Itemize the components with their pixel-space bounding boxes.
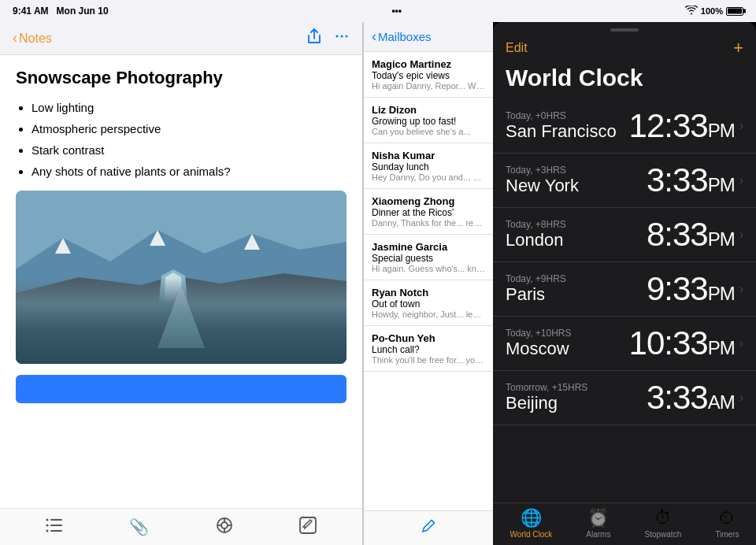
clock-time-display: 3:33PM › (647, 161, 743, 199)
clock-panel: Edit + World Clock Today, +0HRS San Fran… (493, 22, 756, 545)
status-bar-right: 100% (685, 6, 743, 17)
notes-bullet-list: Low lighting Atmospheric perspective Sta… (16, 99, 346, 180)
svg-rect-16 (50, 519, 62, 521)
list-item[interactable]: Today, +8HRS London 8:33PM › (493, 208, 756, 262)
status-bar-left: 9:41 AM Mon Jun 10 (13, 6, 109, 17)
clock-city-info: Today, +3HRS New York (506, 165, 579, 196)
list-item: Any shots of native plants or animals? (32, 163, 346, 180)
clock-city-info: Today, +10HRS Moscow (506, 328, 572, 359)
chevron-right-icon: › (739, 336, 743, 350)
list-item[interactable]: Today, +10HRS Moscow 10:33PM › (493, 317, 756, 371)
add-button[interactable]: + (733, 38, 743, 58)
svg-point-15 (220, 326, 252, 339)
svg-point-2 (346, 35, 348, 38)
clock-bottom-tabs: 🌐 World Clock ⏰ Alarms ⏱ Stopwatch ⏲ Tim… (493, 502, 756, 545)
notes-photo (16, 191, 346, 364)
chevron-right-icon: › (739, 173, 743, 187)
tab-alarms[interactable]: ⏰ Alarms (586, 508, 610, 539)
clock-city-info: Tomorrow, +15HRS Beijing (506, 382, 587, 413)
list-item[interactable]: Tomorrow, +15HRS Beijing 3:33AM › (493, 371, 756, 425)
tab-timers[interactable]: ⏲ Timers (715, 508, 739, 539)
notes-panel: ‹ Notes S (0, 22, 362, 545)
clock-list: Today, +0HRS San Francisco 12:33PM › Tod… (493, 99, 756, 502)
notes-bottom-toolbar: 📎 (0, 508, 362, 545)
mail-back-button[interactable]: ‹ Mailboxes (372, 28, 485, 45)
notes-title: Snowscape Photography (16, 68, 346, 88)
markup-icon[interactable] (216, 517, 233, 537)
notes-toolbar: ‹ Notes (0, 22, 362, 55)
list-icon[interactable] (46, 518, 63, 536)
stopwatch-icon: ⏱ (654, 508, 672, 528)
list-item[interactable]: Liz Dizon Growing up too fast! Can you b… (364, 98, 493, 143)
tab-stopwatch[interactable]: ⏱ Stopwatch (645, 508, 682, 539)
list-item: Stark contrast (32, 142, 346, 158)
chevron-left-icon: ‹ (372, 28, 376, 45)
status-bar: 9:41 AM Mon Jun 10 ••• 100% (0, 0, 756, 22)
clock-time-display: 10:33PM › (629, 324, 743, 362)
svg-marker-8 (16, 273, 346, 332)
clock-city-info: Today, +8HRS London (506, 219, 566, 250)
clock-time-display: 8:33PM › (647, 216, 743, 254)
svg-marker-11 (16, 315, 346, 364)
alarm-icon: ⏰ (587, 508, 609, 528)
pencil-compose-icon[interactable] (299, 517, 317, 537)
status-date: Mon Jun 10 (57, 6, 109, 17)
list-item[interactable]: Today, +0HRS San Francisco 12:33PM › (493, 99, 756, 154)
clock-city-info: Today, +9HRS Paris (506, 273, 566, 305)
chevron-right-icon: › (739, 119, 743, 133)
clock-time-display: 3:33AM › (647, 379, 743, 417)
attach-icon[interactable]: 📎 (129, 517, 149, 536)
svg-rect-12 (16, 336, 346, 364)
mail-bottom-toolbar (364, 510, 493, 545)
svg-point-23 (221, 522, 228, 528)
mail-back-label: Mailboxes (378, 30, 432, 43)
tab-world-clock[interactable]: 🌐 World Clock (510, 508, 553, 539)
list-item[interactable]: Nisha Kumar Sunday lunch Hey Danny, Do y… (364, 143, 493, 189)
list-item[interactable]: Jasmine Garcia Special guests Hi again. … (364, 235, 493, 280)
list-item[interactable]: Ryan Notch Out of town Howdy, neighbor, … (364, 280, 493, 326)
edit-button[interactable]: Edit (506, 41, 528, 55)
clock-header: Edit + (493, 35, 756, 65)
chevron-left-icon: ‹ (13, 30, 17, 46)
drag-handle-bar (610, 28, 639, 32)
list-item: Atmospheric perspective (32, 120, 346, 137)
svg-marker-10 (164, 272, 183, 313)
battery-icon: 100% (701, 6, 743, 16)
svg-point-21 (46, 530, 49, 532)
mail-list: Magico Martinez Today's epic views Hi ag… (364, 52, 493, 510)
more-button[interactable] (334, 28, 350, 48)
status-bar-center: ••• (391, 6, 402, 17)
list-item[interactable]: Xiaomeng Zhong Dinner at the Ricos' Dann… (364, 189, 493, 235)
svg-point-19 (46, 519, 49, 521)
share-button[interactable] (307, 28, 321, 48)
mail-compose-icon[interactable] (420, 517, 437, 539)
notes-toolbar-actions (307, 28, 350, 48)
clock-title: World Clock (493, 65, 756, 99)
clock-time-display: 12:33PM › (629, 107, 743, 145)
svg-point-1 (341, 35, 343, 38)
notes-back-button[interactable]: ‹ Notes (13, 30, 52, 46)
svg-point-13 (39, 319, 87, 338)
drag-handle (493, 22, 756, 35)
clock-city-info: Today, +0HRS San Francisco (506, 110, 617, 142)
svg-point-0 (336, 35, 339, 38)
svg-point-14 (272, 318, 311, 334)
mail-panel: ‹ Mailboxes Magico Martinez Today's epic… (363, 22, 493, 545)
chevron-right-icon: › (739, 228, 743, 242)
list-item[interactable]: Po-Chun Yeh Lunch call? Think you'll be … (364, 326, 493, 372)
chevron-right-icon: › (739, 282, 743, 296)
list-item: Low lighting (32, 99, 346, 116)
list-item[interactable]: Magico Martinez Today's epic views Hi ag… (364, 52, 493, 98)
chevron-right-icon: › (739, 391, 743, 405)
svg-point-20 (46, 525, 49, 527)
timer-icon: ⏲ (718, 508, 736, 528)
svg-rect-3 (16, 191, 346, 364)
list-item[interactable]: Today, +3HRS New York 3:33PM › (493, 154, 756, 208)
globe-icon: 🌐 (521, 508, 542, 528)
list-item[interactable]: Today, +9HRS Paris 9:33PM › (493, 262, 756, 317)
mail-toolbar: ‹ Mailboxes (364, 22, 493, 52)
svg-rect-17 (50, 525, 62, 526)
svg-rect-18 (50, 530, 62, 532)
notes-content: Snowscape Photography Low lighting Atmos… (0, 55, 362, 508)
status-time: 9:41 AM (13, 6, 49, 17)
